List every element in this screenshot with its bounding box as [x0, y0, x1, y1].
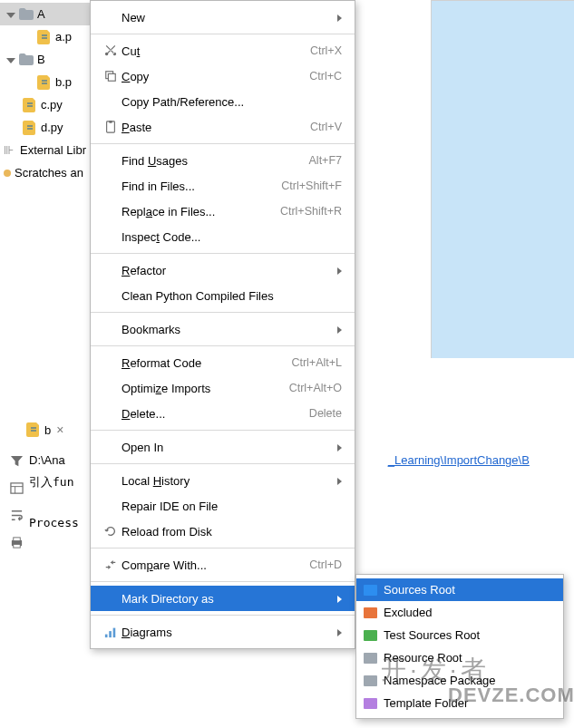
- tree-label: A: [37, 7, 45, 21]
- folder-icon: [364, 698, 384, 709]
- ctx-inspect-code[interactable]: Inspect Code...: [91, 224, 355, 249]
- tree-label: b.p: [55, 75, 72, 89]
- tree-label: d.py: [41, 121, 63, 134]
- python-file-icon: [22, 98, 38, 112]
- tree-folder-b[interactable]: B: [0, 48, 91, 71]
- folder-icon: [364, 607, 384, 618]
- gutter-print-button[interactable]: [5, 530, 27, 554]
- tree-scratches[interactable]: Scratches an: [0, 161, 91, 184]
- tree-label: External Libr: [20, 143, 86, 157]
- run-output-line: 引入fun: [29, 471, 530, 494]
- paste-icon: [100, 121, 122, 133]
- ctx-diagrams[interactable]: Diagrams: [91, 619, 355, 645]
- chevron-right-icon: [333, 323, 342, 336]
- ctx-compare-with[interactable]: Compare With...Ctrl+D: [91, 552, 355, 578]
- separator: [91, 581, 355, 582]
- diagram-icon: [100, 626, 122, 638]
- sub-test-sources-root[interactable]: Test Sources Root: [356, 624, 563, 646]
- separator: [91, 143, 355, 144]
- ctx-find-in-files[interactable]: Find in Files...Ctrl+Shift+F: [91, 173, 355, 199]
- tree-label: Scratches an: [15, 166, 83, 180]
- tree-file-c-py[interactable]: c.py: [0, 93, 91, 116]
- watermark-url: DEVZE.COM: [448, 684, 574, 707]
- folder-icon: [364, 585, 384, 596]
- python-file-icon: [22, 121, 38, 135]
- tree-file-d-py[interactable]: d.py: [0, 116, 91, 139]
- editor-pane[interactable]: [431, 0, 574, 358]
- tree-file-b-py[interactable]: b.p: [0, 71, 91, 93]
- run-gutter: [0, 413, 27, 554]
- ctx-clean-compiled[interactable]: Clean Python Compiled Files: [91, 283, 355, 308]
- gutter-layout-button[interactable]: [5, 476, 27, 500]
- folder-icon: [364, 630, 384, 641]
- chevron-right-icon: [333, 626, 342, 639]
- sub-sources-root[interactable]: Sources Root: [356, 578, 563, 601]
- close-icon[interactable]: ×: [56, 422, 63, 437]
- output-path-link[interactable]: _Learning\ImportChange\B: [388, 453, 530, 467]
- ctx-copy-path[interactable]: Copy Path/Reference...: [91, 89, 355, 114]
- separator: [91, 253, 355, 254]
- ctx-cut[interactable]: CutCtrl+X: [91, 38, 355, 63]
- chevron-right-icon: [333, 11, 342, 24]
- ctx-refactor[interactable]: Refactor: [91, 257, 355, 283]
- separator: [91, 615, 355, 616]
- tab-label: b: [44, 423, 51, 437]
- run-output[interactable]: D:\Ana_Learning\ImportChange\B 引入fun Pro…: [29, 450, 530, 533]
- tree-external-libraries[interactable]: ⊪ External Libr: [0, 139, 91, 161]
- chevron-down-icon: [4, 53, 18, 66]
- tree-label: a.p: [55, 30, 72, 44]
- separator: [91, 345, 355, 346]
- ctx-copy[interactable]: CopyCtrl+C: [91, 63, 355, 89]
- run-output-line: Process: [29, 512, 530, 533]
- gutter-filter-button[interactable]: [5, 449, 27, 472]
- chevron-right-icon: [333, 592, 342, 606]
- gutter-wrap-button[interactable]: [5, 503, 27, 527]
- cut-icon: [100, 44, 122, 57]
- context-menu: New CutCtrl+X CopyCtrl+C Copy Path/Refer…: [90, 0, 355, 649]
- ctx-bookmarks[interactable]: Bookmarks: [91, 316, 355, 342]
- tree-folder-a[interactable]: A: [0, 3, 91, 25]
- ctx-delete[interactable]: Delete...Delete: [91, 401, 355, 426]
- python-file-icon: [25, 422, 42, 437]
- separator: [91, 548, 355, 548]
- separator: [91, 312, 355, 313]
- watermark-text: 开·发·者: [381, 653, 490, 687]
- ctx-replace-in-files[interactable]: Replace in Files...Ctrl+Shift+R: [91, 199, 355, 224]
- tree-label: c.py: [41, 98, 63, 112]
- library-icon: ⊪: [4, 143, 20, 157]
- chevron-down-icon: [4, 8, 18, 21]
- ctx-mark-directory-as[interactable]: Mark Directory as: [91, 586, 355, 611]
- ctx-find-usages[interactable]: Find UsagesAlt+F7: [91, 148, 355, 173]
- python-file-icon: [36, 75, 53, 90]
- ctx-reformat-code[interactable]: Reformat CodeCtrl+Alt+L: [91, 350, 355, 375]
- separator: [91, 430, 355, 431]
- ctx-new[interactable]: New: [91, 5, 355, 30]
- python-file-icon: [36, 30, 53, 44]
- run-output-line: [29, 494, 530, 512]
- run-output-line: D:\Ana_Learning\ImportChange\B: [29, 450, 530, 471]
- ctx-optimize-imports[interactable]: Optimize ImportsCtrl+Alt+O: [91, 375, 355, 401]
- tree-label: B: [37, 53, 45, 66]
- copy-icon: [100, 70, 122, 83]
- separator: [91, 34, 355, 34]
- ctx-paste[interactable]: PasteCtrl+V: [91, 114, 355, 140]
- compare-icon: [100, 558, 122, 571]
- scratches-icon: [4, 170, 11, 177]
- folder-icon: [18, 53, 34, 67]
- sub-excluded[interactable]: Excluded: [356, 601, 563, 624]
- project-tree[interactable]: A a.p B b.p c.py d.py ⊪ External Libr Sc…: [0, 0, 91, 184]
- tree-file-a-py[interactable]: a.p: [0, 25, 91, 48]
- chevron-right-icon: [333, 264, 342, 277]
- folder-icon: [18, 7, 34, 22]
